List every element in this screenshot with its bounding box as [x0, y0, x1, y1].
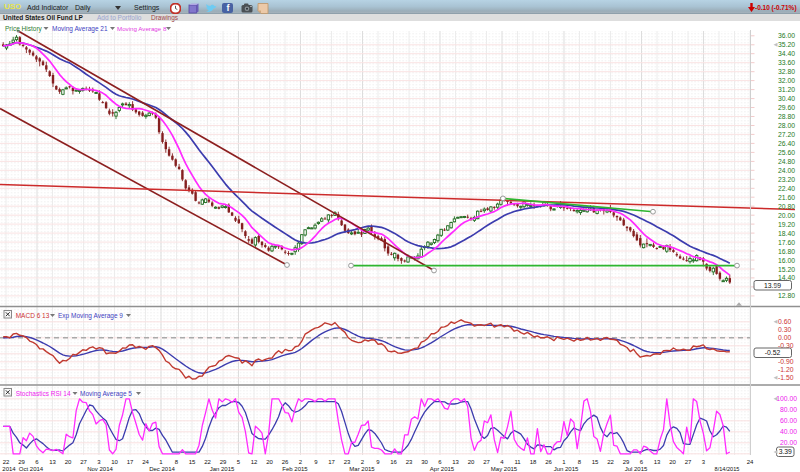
svg-text:20.00: 20.00 [778, 212, 795, 219]
svg-text:23: 23 [406, 459, 413, 465]
svg-text:26: 26 [282, 459, 289, 465]
svg-text:17: 17 [328, 459, 335, 465]
svg-text:13: 13 [452, 459, 459, 465]
svg-text:36.00: 36.00 [778, 32, 795, 39]
svg-text:0.00: 0.00 [778, 334, 791, 341]
svg-text:Oct 2014: Oct 2014 [19, 466, 44, 472]
svg-text:Moving Average 8: Moving Average 8 [117, 25, 167, 32]
svg-text:31.20: 31.20 [778, 86, 795, 93]
svg-text:12: 12 [251, 459, 258, 465]
svg-text:17.60: 17.60 [778, 239, 795, 246]
svg-text:16.80: 16.80 [778, 248, 795, 255]
svg-text:27: 27 [483, 459, 490, 465]
svg-text:20.00: 20.00 [780, 439, 797, 446]
svg-text:-0.52: -0.52 [765, 349, 781, 356]
svg-text:24.00: 24.00 [778, 167, 795, 174]
svg-text:22: 22 [3, 459, 10, 465]
svg-text:Dec 2014: Dec 2014 [149, 466, 175, 472]
svg-text:Moving Average 21: Moving Average 21 [52, 25, 108, 33]
svg-text:1: 1 [562, 459, 566, 465]
svg-text:20: 20 [669, 459, 676, 465]
svg-text:27.20: 27.20 [778, 131, 795, 138]
svg-text:24.80: 24.80 [778, 158, 795, 165]
svg-text:11: 11 [514, 459, 521, 465]
svg-text:33.60: 33.60 [778, 59, 795, 66]
svg-text:13.99: 13.99 [764, 282, 781, 289]
svg-text:1: 1 [159, 459, 163, 465]
svg-text:29: 29 [220, 459, 227, 465]
svg-text:34.40: 34.40 [778, 50, 795, 57]
svg-text:-1.50: -1.50 [778, 374, 794, 381]
svg-text:2: 2 [299, 459, 303, 465]
svg-text:17: 17 [127, 459, 134, 465]
svg-text:16.00: 16.00 [778, 257, 795, 264]
svg-text:Price History: Price History [5, 25, 43, 33]
svg-text:100.00: 100.00 [776, 395, 797, 402]
svg-text:27: 27 [685, 459, 692, 465]
svg-text:13: 13 [654, 459, 661, 465]
svg-text:27: 27 [80, 459, 87, 465]
svg-text:Jun 2015: Jun 2015 [554, 466, 579, 472]
svg-text:20: 20 [468, 459, 475, 465]
svg-text:0.60: 0.60 [778, 318, 791, 325]
svg-text:-1.20: -1.20 [778, 366, 794, 373]
svg-text:22.40: 22.40 [778, 185, 795, 192]
svg-text:9: 9 [314, 459, 318, 465]
svg-text:0.30: 0.30 [778, 326, 791, 333]
svg-text:23.20: 23.20 [778, 176, 795, 183]
svg-text:15: 15 [189, 459, 196, 465]
svg-text:80.00: 80.00 [780, 406, 797, 413]
svg-text:8: 8 [175, 459, 179, 465]
svg-text:18.40: 18.40 [778, 230, 795, 237]
svg-text:18: 18 [530, 459, 537, 465]
svg-text:6: 6 [438, 459, 442, 465]
svg-text:Exp Moving Average 9: Exp Moving Average 9 [58, 312, 123, 320]
svg-text:Stochastics RSI 14: Stochastics RSI 14 [16, 390, 71, 397]
svg-text:3: 3 [97, 459, 101, 465]
svg-text:May 2015: May 2015 [491, 466, 518, 472]
svg-text:Apr 2015: Apr 2015 [430, 466, 455, 472]
svg-text:26: 26 [545, 459, 552, 465]
svg-text:21.60: 21.60 [778, 194, 795, 201]
svg-text:10: 10 [111, 459, 118, 465]
svg-text:4: 4 [500, 459, 504, 465]
svg-text:30.40: 30.40 [778, 95, 795, 102]
svg-text:24: 24 [747, 459, 754, 465]
svg-text:29: 29 [18, 459, 25, 465]
svg-text:12.80: 12.80 [778, 292, 795, 299]
svg-text:29.60: 29.60 [778, 104, 795, 111]
svg-text:28.00: 28.00 [778, 122, 795, 129]
svg-text:26.40: 26.40 [778, 140, 795, 147]
svg-text:30: 30 [421, 459, 428, 465]
svg-text:15.20: 15.20 [778, 266, 795, 273]
svg-text:13: 13 [49, 459, 56, 465]
svg-text:22: 22 [204, 459, 211, 465]
svg-text:Nov 2014: Nov 2014 [87, 466, 113, 472]
svg-text:-0.90: -0.90 [778, 358, 794, 365]
svg-text:6: 6 [35, 459, 39, 465]
svg-text:19.20: 19.20 [778, 221, 795, 228]
svg-text:Jul 2015: Jul 2015 [625, 466, 648, 472]
svg-text:20.80: 20.80 [778, 203, 795, 210]
svg-text:8: 8 [578, 459, 582, 465]
svg-text:8/14/2015: 8/14/2015 [715, 466, 740, 472]
svg-text:28.80: 28.80 [778, 113, 795, 120]
svg-text:MACD 6 13: MACD 6 13 [16, 312, 50, 319]
svg-text:20: 20 [65, 459, 72, 465]
svg-text:23: 23 [344, 459, 351, 465]
svg-text:40.00: 40.00 [780, 428, 797, 435]
svg-text:3: 3 [702, 459, 706, 465]
svg-text:29: 29 [623, 459, 630, 465]
svg-text:22: 22 [607, 459, 614, 465]
svg-text:Jan 2015: Jan 2015 [210, 466, 235, 472]
svg-text:20: 20 [266, 459, 273, 465]
svg-text:25.60: 25.60 [778, 149, 795, 156]
svg-text:60.00: 60.00 [780, 417, 797, 424]
svg-text:35.20: 35.20 [778, 41, 795, 48]
svg-text:16: 16 [390, 459, 397, 465]
svg-text:15: 15 [592, 459, 599, 465]
svg-text:32.00: 32.00 [778, 77, 795, 84]
svg-text:3.39: 3.39 [779, 448, 792, 455]
svg-text:2: 2 [361, 459, 365, 465]
svg-text:9: 9 [376, 459, 380, 465]
